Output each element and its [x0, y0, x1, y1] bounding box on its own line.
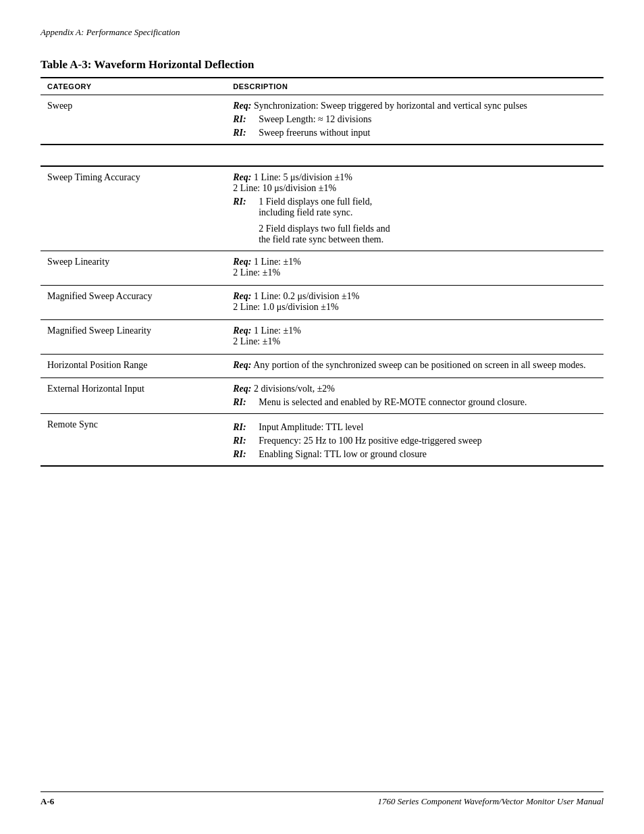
ri-label-blank	[233, 224, 253, 245]
description-cell: Req: 1 Line: ±1%2 Line: ±1%	[226, 320, 603, 355]
ri-content: 2 Field displays two full fields andthe …	[259, 224, 597, 245]
req-label: Req:	[233, 325, 251, 336]
req-line: Req: 1 Line: 0.2 μs/division ±1%2 Line: …	[233, 291, 597, 313]
ri-content: 1 Field displays one full field,includin…	[259, 197, 597, 218]
req-line: Req: 1 Line: ±1%2 Line: ±1%	[233, 257, 597, 278]
category-cell: Magnified Sweep Accuracy	[41, 286, 226, 320]
col-header-description: DESCRIPTION	[226, 78, 603, 95]
req-label: Req:	[233, 257, 251, 267]
ri-row: RI: 1 Field displays one full field,incl…	[233, 197, 597, 218]
table-row: Horizontal Position Range Req: Any porti…	[41, 355, 603, 378]
category-cell: External Horizontal Input	[41, 378, 226, 414]
description-cell: RI: Input Amplitude: TTL level RI: Frequ…	[226, 414, 603, 467]
ri-label: RI:	[233, 128, 253, 138]
table-row: Magnified Sweep Linearity Req: 1 Line: ±…	[41, 320, 603, 355]
category-cell: Sweep Linearity	[41, 251, 226, 286]
ri-row: RI: Sweep Length: ≈ 12 divisions	[233, 114, 597, 125]
page-header: Appendix A: Performance Specification	[41, 27, 603, 38]
table-row: External Horizontal Input Req: 2 divisio…	[41, 378, 603, 414]
req-label: Req:	[233, 101, 251, 111]
table1: CATEGORY DESCRIPTION Sweep Req: Synchron…	[41, 77, 603, 145]
req-text: Any portion of the synchronized sweep ca…	[253, 360, 586, 370]
ri-label: RI:	[233, 114, 253, 125]
description-cell: Req: Synchronization: Sweep triggered by…	[226, 95, 603, 145]
ri-content: Frequency: 25 Hz to 100 Hz positive edge…	[259, 436, 597, 446]
table-row: Sweep Linearity Req: 1 Line: ±1%2 Line: …	[41, 251, 603, 286]
col-header-category: CATEGORY	[41, 78, 226, 95]
description-cell: Req: 1 Line: ±1%2 Line: ±1%	[226, 251, 603, 286]
table-row: Sweep Req: Synchronization: Sweep trigge…	[41, 95, 603, 145]
req-label: Req:	[233, 384, 251, 394]
req-label: Req:	[233, 291, 251, 301]
ri-content: Input Amplitude: TTL level	[259, 422, 597, 433]
table2: Sweep Timing Accuracy Req: 1 Line: 5 μs/…	[41, 165, 603, 467]
ri-label: RI:	[233, 197, 253, 218]
req-line: Req: 1 Line: 5 μs/division ±1%2 Line: 10…	[233, 172, 597, 194]
category-cell: Magnified Sweep Linearity	[41, 320, 226, 355]
table-row: Magnified Sweep Accuracy Req: 1 Line: 0.…	[41, 286, 603, 320]
ri-content: Menu is selected and enabled by RE-MOTE …	[259, 397, 597, 408]
description-cell: Req: 1 Line: 0.2 μs/division ±1%2 Line: …	[226, 286, 603, 320]
req-line: Req: Synchronization: Sweep triggered by…	[233, 101, 597, 111]
footer-title: 1760 Series Component Waveform/Vector Mo…	[377, 796, 603, 807]
ri-row: RI: Menu is selected and enabled by RE-M…	[233, 397, 597, 408]
ri-label: RI:	[233, 449, 253, 460]
category-cell: Horizontal Position Range	[41, 355, 226, 378]
ri-row: RI: Enabling Signal: TTL low or ground c…	[233, 449, 597, 460]
req-text: 1 Line: 5 μs/division ±1%2 Line: 10 μs/d…	[233, 172, 352, 193]
ri-label: RI:	[233, 436, 253, 446]
ri-content: Enabling Signal: TTL low or ground closu…	[259, 449, 597, 460]
category-cell: Sweep Timing Accuracy	[41, 166, 226, 251]
req-text: 1 Line: 0.2 μs/division ±1%2 Line: 1.0 μ…	[233, 291, 359, 312]
req-line: Req: Any portion of the synchronized swe…	[233, 360, 597, 371]
table-row: Remote Sync RI: Input Amplitude: TTL lev…	[41, 414, 603, 467]
ri-row: RI: Frequency: 25 Hz to 100 Hz positive …	[233, 436, 597, 446]
category-cell: Sweep	[41, 95, 226, 145]
req-label: Req:	[233, 360, 251, 370]
req-text: 2 divisions/volt, ±2%	[254, 384, 335, 394]
ri-label: RI:	[233, 397, 253, 408]
category-cell: Remote Sync	[41, 414, 226, 467]
req-line: Req: 1 Line: ±1%2 Line: ±1%	[233, 325, 597, 347]
ri-row: 2 Field displays two full fields andthe …	[233, 224, 597, 245]
description-cell: Req: 2 divisions/volt, ±2% RI: Menu is s…	[226, 378, 603, 414]
table1-title: Table A-3: Waveform Horizontal Deflectio…	[41, 58, 603, 72]
req-text: Synchronization: Sweep triggered by hori…	[254, 101, 527, 111]
req-line: Req: 2 divisions/volt, ±2%	[233, 384, 597, 394]
table-row: Sweep Timing Accuracy Req: 1 Line: 5 μs/…	[41, 166, 603, 251]
page-footer: A-6 1760 Series Component Waveform/Vecto…	[41, 791, 603, 807]
description-cell: Req: 1 Line: 5 μs/division ±1%2 Line: 10…	[226, 166, 603, 251]
description-cell: Req: Any portion of the synchronized swe…	[226, 355, 603, 378]
ri-content: Sweep freeruns without input	[259, 128, 597, 138]
footer-page-number: A-6	[41, 796, 54, 807]
ri-content: Sweep Length: ≈ 12 divisions	[259, 114, 597, 125]
ri-row: RI: Sweep freeruns without input	[233, 128, 597, 138]
req-label: Req:	[233, 172, 251, 182]
ri-label: RI:	[233, 422, 253, 433]
ri-row: RI: Input Amplitude: TTL level	[233, 422, 597, 433]
